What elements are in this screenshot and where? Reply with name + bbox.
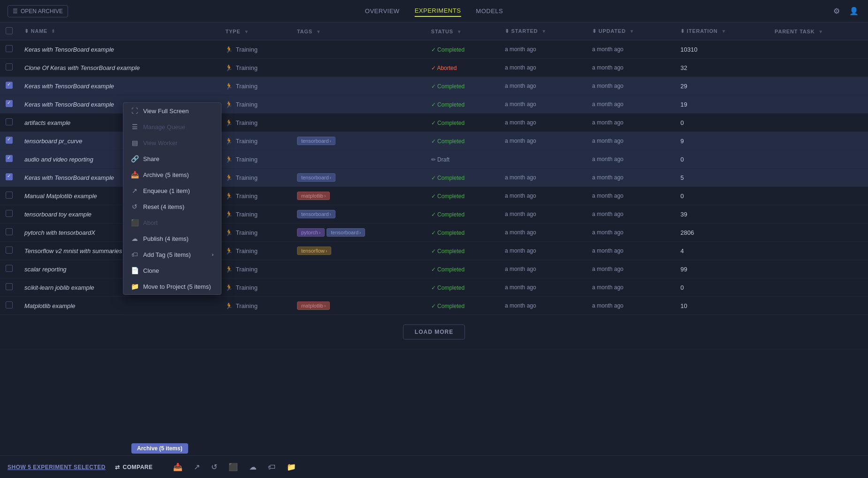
header-updated[interactable]: ⬍ UPDATED ▼: [586, 23, 675, 40]
add-tag-icon: 🏷: [131, 251, 138, 258]
training-icon: 🏃‍: [225, 138, 233, 145]
row-iteration: 19: [675, 95, 769, 114]
nav-models[interactable]: MODELS: [476, 6, 503, 16]
row-checkbox[interactable]: [6, 210, 13, 217]
row-parent-task: [769, 224, 868, 242]
tag-tensorboard[interactable]: tensorboard›: [327, 228, 365, 237]
row-checkbox[interactable]: [6, 118, 13, 125]
bottom-reset-button[interactable]: ↺: [209, 461, 219, 473]
context-menu-item-clone[interactable]: 📄Clone: [123, 262, 221, 278]
training-icon: 🏃‍: [225, 64, 233, 71]
context-menu-item-archive[interactable]: 📥Archive (5 items): [123, 167, 221, 183]
row-type: 🏃‍Training: [220, 242, 291, 260]
bottom-archive-button[interactable]: 📥: [171, 461, 184, 473]
training-icon: 🏃‍: [225, 266, 233, 273]
row-status: ✓ Completed: [426, 40, 499, 59]
share-icon: 🔗: [131, 155, 138, 162]
header-parent-task[interactable]: PARENT TASK ▼: [769, 23, 868, 40]
abort-icon: ⬛: [131, 219, 138, 226]
header-tags[interactable]: TAGS ▼: [291, 23, 426, 40]
header-iteration[interactable]: ⬍ ITERATION ▼: [675, 23, 769, 40]
context-menu-item-share[interactable]: 🔗Share: [123, 151, 221, 167]
compare-button[interactable]: ⇄ COMPARE: [115, 464, 152, 470]
bottom-bar: SHOW 5 EXPERIMENT SELECTED ⇄ COMPARE 📥 ↗…: [0, 455, 868, 478]
context-menu-item-publish[interactable]: ☁Publish (4 items): [123, 231, 221, 247]
row-iteration: 9: [675, 132, 769, 150]
row-updated: a month ago: [586, 297, 675, 315]
archive-icon: ☰: [13, 8, 18, 15]
row-checkbox[interactable]: [6, 192, 13, 199]
row-tags: tensorflow›: [291, 242, 426, 260]
context-menu-item-move-to-project[interactable]: 📁Move to Project (5 items): [123, 278, 221, 294]
row-checkbox[interactable]: [6, 45, 13, 52]
table-row[interactable]: Matplotlib example🏃‍Trainingmatplotlib›✓…: [0, 297, 868, 315]
row-type: 🏃‍Training: [220, 205, 291, 224]
nav-overview[interactable]: OVERVIEW: [365, 6, 400, 16]
row-updated: a month ago: [586, 95, 675, 114]
row-checkbox[interactable]: [6, 82, 13, 89]
tag-pytorch[interactable]: pytorch›: [297, 228, 325, 237]
row-iteration: 32: [675, 59, 769, 77]
table-row[interactable]: Clone Of Keras with TensorBoard example🏃…: [0, 59, 868, 77]
row-checkbox[interactable]: [6, 228, 13, 235]
bottom-move-button[interactable]: 📁: [285, 461, 298, 473]
row-type: 🏃‍Training: [220, 132, 291, 150]
row-type: 🏃‍Training: [220, 40, 291, 59]
tag-matplotlib[interactable]: matplotlib›: [297, 301, 330, 310]
row-type: 🏃‍Training: [220, 150, 291, 169]
row-name: Matplotlib example: [19, 297, 220, 315]
row-name: Keras with TensorBoard example: [19, 77, 220, 95]
open-archive-button[interactable]: ☰ OPEN ARCHIVE: [8, 5, 68, 17]
row-checkbox[interactable]: [6, 100, 13, 107]
submenu-arrow-icon: ›: [212, 252, 213, 257]
header-started[interactable]: ⬍ STARTED ▼: [499, 23, 586, 40]
header-status[interactable]: STATUS ▼: [426, 23, 499, 40]
row-checkbox[interactable]: [6, 283, 13, 290]
row-status: ✓ Completed: [426, 205, 499, 224]
row-checkbox[interactable]: [6, 173, 13, 180]
row-status: ✓ Completed: [426, 95, 499, 114]
bottom-enqueue-button[interactable]: ↗: [192, 461, 202, 473]
row-checkbox[interactable]: [6, 265, 13, 272]
row-tags: [291, 260, 426, 278]
row-checkbox[interactable]: [6, 155, 13, 162]
bottom-publish-button[interactable]: ☁: [247, 461, 259, 473]
header-name[interactable]: ⬍ NAME ⬍: [19, 23, 220, 40]
row-tags: tensorboard›: [291, 132, 426, 150]
tag-matplotlib[interactable]: matplotlib›: [297, 192, 330, 200]
tag-tensorflow[interactable]: tensorflow›: [297, 247, 331, 255]
user-avatar-button[interactable]: 👤: [847, 5, 860, 17]
context-menu-item-reset[interactable]: ↺Reset (4 items): [123, 199, 221, 215]
settings-button[interactable]: ⚙: [831, 5, 842, 17]
load-more-button[interactable]: LOAD MORE: [403, 324, 465, 339]
row-started: a month ago: [499, 77, 586, 95]
bottom-tag-button[interactable]: 🏷: [266, 461, 277, 473]
training-icon: 🏃‍: [225, 211, 233, 218]
header-type[interactable]: TYPE ▼: [220, 23, 291, 40]
training-icon: 🏃‍: [225, 46, 233, 53]
context-menu-item-enqueue[interactable]: ↗Enqueue (1 item): [123, 183, 221, 199]
row-parent-task: [769, 132, 868, 150]
row-tags: [291, 114, 426, 132]
bottom-abort-button[interactable]: ⬛: [227, 461, 240, 473]
context-menu-item-view-full-screen[interactable]: ⛶View Full Screen: [123, 103, 221, 119]
tag-tensorboard[interactable]: tensorboard›: [297, 173, 335, 182]
row-status: ✓ Completed: [426, 297, 499, 315]
table-row[interactable]: Keras with TensorBoard example🏃‍Training…: [0, 77, 868, 95]
show-selected-button[interactable]: SHOW 5 EXPERIMENT SELECTED: [8, 464, 106, 470]
training-icon: 🏃‍: [225, 83, 233, 90]
tag-tensorboard[interactable]: tensorboard›: [297, 210, 335, 218]
manage-queue-icon: ☰: [131, 123, 138, 131]
context-menu-label-move-to-project: Move to Project (5 items): [143, 283, 211, 290]
context-menu-item-add-tag[interactable]: 🏷Add Tag (5 items)›: [123, 247, 221, 262]
table-row[interactable]: Keras with TensorBoard example🏃‍Training…: [0, 40, 868, 59]
tag-tensorboard[interactable]: tensorboard›: [297, 137, 335, 145]
row-checkbox[interactable]: [6, 301, 13, 308]
row-checkbox[interactable]: [6, 247, 13, 254]
row-checkbox[interactable]: [6, 63, 13, 70]
row-iteration: 4: [675, 242, 769, 260]
row-checkbox[interactable]: [6, 137, 13, 144]
select-all-checkbox[interactable]: [6, 27, 13, 34]
nav-experiments[interactable]: EXPERIMENTS: [415, 5, 461, 17]
row-iteration: 0: [675, 114, 769, 132]
